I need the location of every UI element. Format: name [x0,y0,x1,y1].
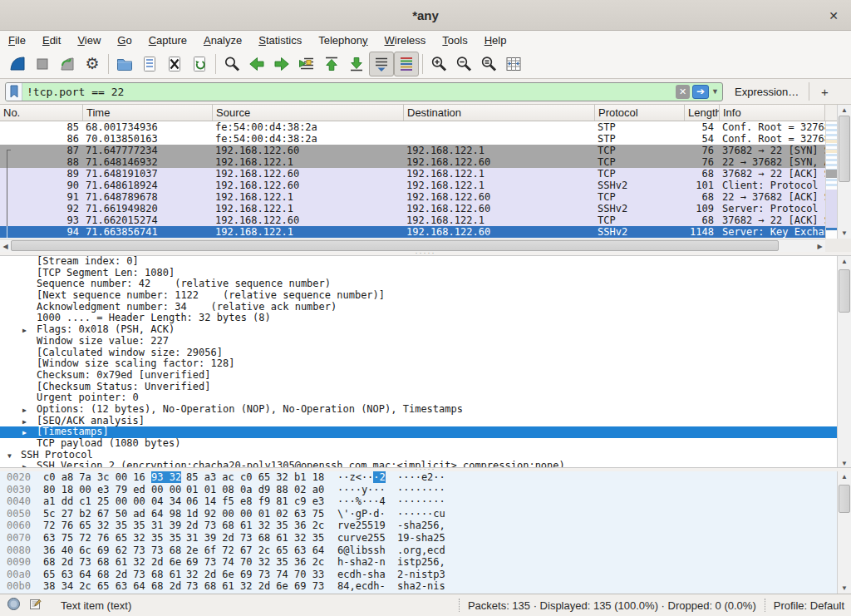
filter-apply-icon[interactable]: ➔ [692,85,709,99]
selected-field-status[interactable]: Text item (text) [61,599,131,612]
filter-clear-icon[interactable]: ✕ [676,85,690,99]
scroll-thumb[interactable] [839,485,850,513]
hex-vscrollbar[interactable]: ▲ ▼ [837,471,851,594]
menu-item[interactable]: File [0,32,34,48]
detail-line[interactable]: [Window size scaling factor: 128] [0,358,838,370]
packet-row[interactable]: 85 68.001734936 fe:54:00:d4:38:2a STP 54… [0,121,825,133]
menu-item[interactable]: Statistics [250,32,310,48]
go-to-packet-icon[interactable] [294,52,319,76]
packet-row[interactable]: 94 71.663856741 192.168.122.1 192.168.12… [0,226,825,238]
packet-row[interactable]: 88 71.648146932 192.168.122.1 192.168.12… [0,156,825,168]
detail-line[interactable]: ▶ Flags: 0x018 (PSH, ACK) [0,324,838,336]
expert-info-icon[interactable] [7,597,21,614]
column-header-info[interactable]: Info [720,105,825,121]
open-file-icon[interactable] [112,52,137,76]
expand-arrow-icon[interactable]: ▶ [22,325,27,337]
scroll-thumb[interactable] [839,116,850,182]
menu-item[interactable]: Capture [140,32,195,48]
colorize-icon[interactable] [394,52,419,76]
close-file-icon[interactable] [162,52,187,76]
detail-line[interactable]: ▶ [SEQ/ACK analysis] [0,416,838,427]
packet-row[interactable]: 87 71.647777234 192.168.122.60 192.168.1… [0,145,825,156]
column-header-time[interactable]: Time [83,105,213,121]
menu-item[interactable]: Help [476,32,515,48]
scroll-down-icon[interactable]: ▼ [838,458,851,468]
filter-add-button[interactable]: + [817,85,832,99]
start-capture-icon[interactable] [5,52,30,76]
scroll-up-icon[interactable]: ▲ [838,471,851,482]
packet-list-vscrollbar[interactable]: ▲ ▼ [837,105,851,239]
menu-item[interactable]: Tools [434,32,475,48]
detail-line[interactable]: Urgent pointer: 0 [0,392,838,404]
go-last-icon[interactable] [344,52,369,76]
save-file-icon[interactable] [137,52,162,76]
hex-line[interactable]: 0030 80 18 00 e3 79 ed 00 00 01 01 08 0a… [0,484,838,496]
details-vscrollbar[interactable]: ▲ ▼ [837,256,851,468]
detail-line[interactable]: [Next sequence number: 1122 (relative se… [0,290,838,302]
packet-list-hscrollbar[interactable]: ◀ ▶ [0,239,825,252]
detail-line[interactable]: TCP payload (1080 bytes) [0,438,838,450]
packet-row[interactable]: 91 71.648789678 192.168.122.1 192.168.12… [0,191,825,203]
detail-line[interactable]: Checksum: 0x79ed [unverified] [0,370,838,382]
display-filter-input[interactable]: !tcp.port == 22 ✕ ➔ ▼ [5,82,723,101]
detail-line[interactable]: ▶ [Timestamps] [0,426,838,438]
column-header-length[interactable]: Length [685,105,720,121]
go-back-icon[interactable] [244,52,269,76]
detail-line[interactable]: ▼ SSH Protocol [0,450,838,461]
scroll-thumb[interactable] [839,269,850,313]
detail-line[interactable]: [TCP Segment Len: 1080] [0,268,838,279]
profile-button[interactable]: Profile: Default [774,599,844,612]
hex-line[interactable]: 0060 72 76 65 32 35 35 31 39 2d 73 68 61… [0,520,838,532]
column-header-no[interactable]: No. [0,105,83,121]
zoom-out-icon[interactable] [451,52,476,76]
menu-item[interactable]: View [69,32,109,48]
expand-arrow-icon[interactable]: ▶ [22,405,27,416]
hex-line[interactable]: 0040 a1 dd c1 25 00 00 04 34 06 14 f5 e8… [0,495,838,508]
hex-line[interactable]: 0050 5c 27 b2 67 50 ad 64 98 1d 92 00 00… [0,508,838,520]
auto-scroll-icon[interactable] [369,52,394,76]
detail-line[interactable]: [Checksum Status: Unverified] [0,382,838,393]
scroll-up-icon[interactable]: ▲ [838,256,851,267]
packet-row[interactable]: 93 71.662015274 192.168.122.60 192.168.1… [0,214,825,226]
filter-bookmark-icon[interactable] [6,83,22,101]
detail-line[interactable]: Sequence number: 42 (relative sequence n… [0,278,838,290]
go-first-icon[interactable] [319,52,344,76]
find-packet-icon[interactable] [219,52,244,76]
filter-dropdown-icon[interactable]: ▼ [711,87,719,96]
packet-row[interactable]: 92 71.661949820 192.168.122.1 192.168.12… [0,203,825,214]
capture-options-icon[interactable]: ⚙ [80,52,105,76]
hex-line[interactable]: 0090 68 2d 73 68 61 32 2d 6e 69 73 74 70… [0,556,838,569]
hex-line[interactable]: 0080 36 40 6c 69 62 73 73 68 2e 6f 72 67… [0,545,838,557]
detail-line[interactable]: [Calculated window size: 29056] [0,347,838,359]
scroll-right-icon[interactable]: ▶ [814,240,825,252]
filter-value[interactable]: !tcp.port == 22 [22,86,676,98]
hex-line[interactable]: 0020 c0 a8 7a 3c 00 16 93 32 85 a3 ac c0… [0,471,838,484]
packet-row[interactable]: 86 70.013850163 fe:54:00:d4:38:2a STP 54… [0,133,825,145]
hex-line[interactable]: 00a0 65 63 64 68 2d 73 68 61 32 2d 6e 69… [0,569,838,581]
packet-minimap[interactable] [825,121,837,239]
column-header-destination[interactable]: Destination [404,105,595,121]
scroll-down-icon[interactable]: ▼ [838,228,851,239]
zoom-100-icon[interactable] [476,52,501,76]
scroll-thumb[interactable] [11,240,779,251]
capture-comment-icon[interactable] [29,598,42,614]
detail-line[interactable]: ▶ Options: (12 bytes), No-Operation (NOP… [0,404,838,416]
restart-capture-icon[interactable] [55,52,80,76]
scroll-left-icon[interactable]: ◀ [0,240,11,252]
menu-item[interactable]: Telephony [310,32,376,48]
menu-item[interactable]: Wireless [376,32,435,48]
menu-item[interactable]: Analyze [195,32,250,48]
detail-line[interactable]: 1000 .... = Header Length: 32 bytes (8) [0,313,838,324]
detail-line[interactable]: [Stream index: 0] [0,256,838,268]
column-header-source[interactable]: Source [213,105,404,121]
expand-arrow-icon[interactable]: ▶ [22,416,27,428]
expand-arrow-icon[interactable]: ▶ [22,461,27,467]
hex-line[interactable]: 00b0 38 34 2c 65 63 64 68 2d 73 68 61 32… [0,580,838,593]
expand-arrow-icon[interactable]: ▼ [7,451,12,462]
resize-columns-icon[interactable] [501,52,526,76]
menu-item[interactable]: Go [109,32,140,48]
expand-arrow-icon[interactable]: ▶ [22,427,27,439]
reload-file-icon[interactable] [187,52,212,76]
detail-line[interactable]: Window size value: 227 [0,336,838,347]
stop-capture-icon[interactable] [30,52,55,76]
